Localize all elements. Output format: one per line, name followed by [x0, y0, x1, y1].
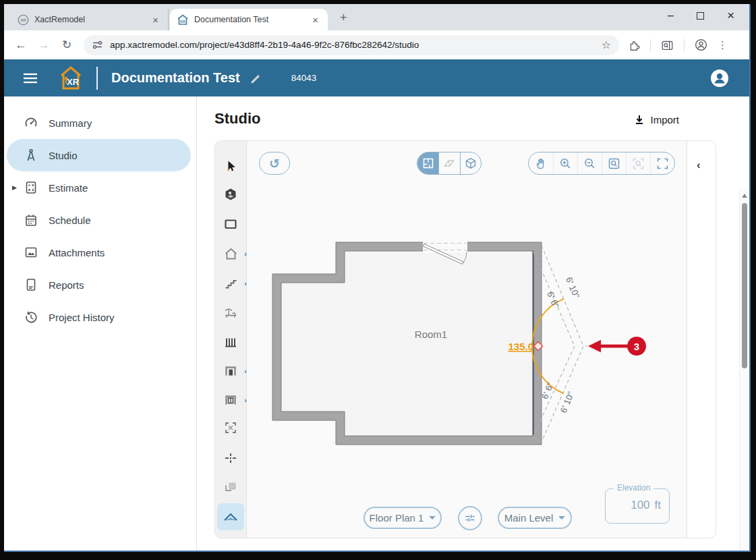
missing-wall-tool[interactable] [217, 414, 244, 441]
history-icon [23, 309, 39, 325]
hand-icon [535, 157, 548, 170]
url-text[interactable]: app.xactremodel.com/project/e43d8ff4-2b1… [110, 40, 602, 50]
elevation-field[interactable]: Elevation 100ft [605, 488, 670, 524]
room-name-label[interactable]: Room1 [415, 329, 447, 340]
import-button[interactable]: Import [634, 114, 679, 125]
tab-close-icon[interactable]: × [150, 14, 161, 26]
vertical-scroll-thumb[interactable] [742, 203, 747, 368]
cursor-icon [224, 159, 237, 173]
side-panel-search-icon[interactable] [660, 38, 674, 52]
select-cursor-tool[interactable] [217, 152, 244, 179]
document-icon [23, 277, 39, 293]
bookmark-star-icon[interactable]: ☆ [602, 38, 611, 51]
sidebar-item-project-history[interactable]: Project History [7, 301, 191, 333]
collapse-panel-chevron-icon[interactable]: ‹ [697, 159, 701, 172]
tab-xactremodel[interactable]: XR XactRemodel × [11, 9, 169, 30]
floor-plan-selector-label: Floor Plan 1 [370, 512, 424, 524]
3d-object-tool[interactable] [217, 181, 244, 208]
hamburger-menu-icon[interactable] [22, 72, 38, 85]
account-icon[interactable] [710, 69, 729, 88]
scroll-up-arrow-icon[interactable] [742, 194, 747, 198]
fullscreen-icon [656, 157, 669, 170]
floor-plan-drawing: 135.0 Room1 6' 10" 6' 6" 6' 6" 6' 10" [247, 141, 687, 538]
dimension-label-bottom-inner: 6' 6" [540, 381, 556, 400]
door-icon [224, 364, 237, 378]
zoom-selection-button[interactable] [626, 152, 650, 174]
room-icon [224, 217, 237, 231]
room-tool[interactable] [217, 211, 244, 237]
sidebar-item-label: Schedule [49, 215, 91, 226]
door-tool[interactable]: › [217, 358, 244, 385]
back-button[interactable]: ← [9, 38, 32, 52]
xactremodel-favicon-icon: XR [18, 14, 29, 26]
zoom-fit-button[interactable] [650, 152, 674, 174]
close-window-button[interactable]: × [727, 8, 734, 23]
3d-cube-icon [465, 157, 477, 169]
callout-arrow-shaft [600, 345, 628, 348]
sidebar-item-estimate[interactable]: ▶ Estimate [7, 171, 191, 204]
svg-text:XR: XR [67, 77, 80, 87]
window-tool[interactable]: › [217, 387, 244, 414]
floor-plan-selector[interactable]: Floor Plan 1 [364, 507, 442, 529]
zoom-box-button[interactable] [602, 152, 626, 174]
sidebar-item-attachments[interactable]: Attachments [7, 236, 191, 269]
site-info-icon[interactable] [92, 39, 103, 51]
reload-button[interactable]: ↻ [55, 38, 78, 52]
sidebar-item-label: Attachments [49, 247, 105, 258]
sidebar-item-label: Reports [49, 279, 84, 291]
extensions-icon[interactable] [627, 38, 641, 52]
callout-number: 3 [634, 341, 639, 352]
project-number: 84043 [291, 73, 317, 83]
browser-menu-icon[interactable]: ⋮ [718, 39, 728, 51]
roof-pitch-tool[interactable] [217, 503, 244, 530]
floor-plan-canvas[interactable]: 135.0 Room1 6' 10" 6' 6" 6' 6" 6' 10" [247, 141, 687, 538]
sidebar-item-studio[interactable]: Studio [7, 139, 191, 171]
dimension-tool[interactable] [217, 473, 244, 500]
expand-caret-icon[interactable]: ▶ [12, 184, 17, 191]
zoom-in-button[interactable] [553, 152, 577, 174]
house-tool[interactable]: › [217, 240, 244, 267]
edit-pencil-icon[interactable] [250, 72, 263, 85]
divider [684, 39, 685, 51]
roof-pitch-icon [223, 510, 238, 524]
tab-close-icon[interactable]: × [310, 14, 321, 26]
layer-settings-button[interactable] [458, 506, 482, 530]
elevation-view-button[interactable] [438, 152, 459, 174]
callout-arrow-head [588, 340, 601, 352]
maximize-button[interactable] [697, 12, 704, 20]
studio-canvas-card: › › › [214, 140, 716, 538]
floor-plan-view-button[interactable] [417, 152, 438, 174]
minimize-button[interactable]: – [668, 9, 674, 22]
sidebar-item-schedule[interactable]: Schedule [7, 204, 191, 236]
sidebar-item-reports[interactable]: Reports [7, 269, 191, 301]
pan-zoom-toolbar [528, 152, 675, 175]
stairs-tool[interactable]: › [217, 270, 244, 297]
3d-view-button[interactable] [460, 152, 481, 174]
angle-value-label[interactable]: 135.0 [508, 341, 533, 352]
crosshair-icon [224, 451, 237, 465]
forward-button[interactable]: → [32, 38, 55, 52]
level-selector[interactable]: Main Level [498, 507, 572, 529]
tab-documentation-test[interactable]: XR Documentation Test × [170, 9, 328, 30]
reference-point-tool[interactable] [217, 445, 244, 472]
floor-plan-icon [422, 157, 434, 169]
address-box[interactable]: app.xactremodel.com/project/e43d8ff4-2b1… [84, 35, 619, 55]
new-tab-button[interactable]: + [340, 11, 347, 25]
zoom-out-button[interactable] [577, 152, 602, 174]
deck-tool[interactable] [217, 299, 244, 326]
window-frame: XR XactRemodel × XR Documentation Test ×… [0, 0, 756, 560]
svg-text:XR: XR [20, 18, 26, 22]
vertical-scrollbar[interactable] [739, 189, 749, 552]
sidebar-item-summary[interactable]: Summary [7, 107, 191, 139]
main-panel: Studio Import [198, 96, 740, 552]
house-icon [224, 247, 238, 260]
pan-hand-button[interactable] [529, 152, 553, 174]
zoom-in-icon [559, 157, 572, 170]
fence-tool[interactable] [217, 329, 244, 356]
elevation-value: 100 [631, 499, 649, 511]
profile-icon[interactable] [694, 38, 708, 52]
undo-button[interactable]: ↺ [259, 152, 290, 175]
calculator-icon [23, 179, 39, 196]
xactremodel-logo[interactable]: XR [56, 64, 86, 92]
sidebar-item-label: Project History [49, 312, 115, 323]
